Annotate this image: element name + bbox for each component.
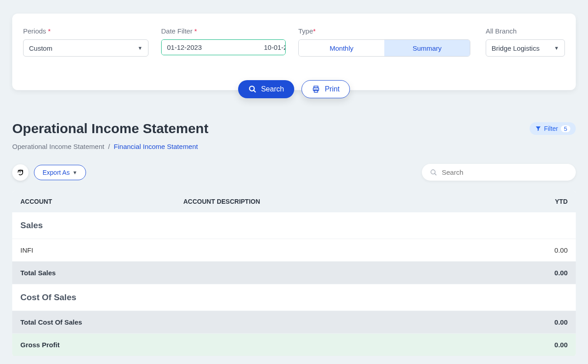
header-ytd: YTD [513,198,568,205]
section-cost-of-sales: Cost Of Sales [12,284,576,311]
date-filter-label: Date Filter * [161,27,286,35]
branch-select[interactable]: Bridge Logistics ▼ [486,39,565,57]
svg-point-5 [431,170,435,174]
breadcrumb-current: Operational Income Statement [12,143,104,150]
type-toggle: Monthly Summary [298,39,470,57]
filter-chip-label: Filter [544,125,558,132]
row-total-sales: Total Sales0.00 [12,262,576,284]
svg-line-1 [253,90,256,92]
search-button-label: Search [261,85,284,93]
print-icon [312,85,320,93]
date-range [161,39,286,55]
periods-label: Periods * [23,27,148,35]
section-sales: Sales [12,212,576,239]
print-button-label: Print [325,85,339,93]
header-description: ACCOUNT DESCRIPTION [183,198,513,205]
date-to-input[interactable] [258,40,286,55]
row-total-cos: Total Cost Of Sales0.00 [12,311,576,334]
filter-card: Periods * Custom ▼ Date Filter * [12,14,576,90]
filter-icon [535,125,541,132]
branch-value: Bridge Logistics [492,44,540,52]
export-button[interactable]: Export As ▼ [34,165,86,180]
table-search[interactable] [422,164,576,181]
income-table: ACCOUNT ACCOUNT DESCRIPTION YTD Sales IN… [12,191,576,356]
type-monthly-button[interactable]: Monthly [299,40,384,56]
periods-select[interactable]: Custom ▼ [23,39,148,57]
type-field: Type* Monthly Summary [298,27,473,57]
search-button[interactable]: Search [238,80,295,98]
row-gross-profit: Gross Profit0.00 [12,334,576,356]
caret-down-icon: ▼ [138,45,143,51]
date-from-input[interactable] [162,40,258,55]
page-title: Operational Income Statement [12,121,208,136]
caret-down-icon: ▼ [554,45,559,51]
table-row: INFI0.00 [12,239,576,262]
breadcrumb: Operational Income Statement / Financial… [12,143,576,150]
svg-line-6 [435,173,436,175]
type-summary-button[interactable]: Summary [384,40,470,56]
search-input[interactable] [442,168,568,176]
type-label: Type* [298,27,473,35]
periods-value: Custom [29,44,53,52]
caret-down-icon: ▼ [72,170,77,175]
header-account: ACCOUNT [20,198,183,205]
svg-point-0 [249,86,254,91]
table-header: ACCOUNT ACCOUNT DESCRIPTION YTD [12,191,576,212]
branch-label: All Branch [486,27,565,35]
search-icon [430,169,437,176]
print-button[interactable]: Print [301,80,350,98]
export-button-label: Export As [43,169,70,176]
filter-chip[interactable]: Filter 5 [530,122,576,135]
refresh-button[interactable] [12,164,29,181]
refresh-icon [17,169,24,176]
filter-count: 5 [561,125,570,132]
date-filter-field: Date Filter * [161,27,286,55]
branch-field: All Branch Bridge Logistics ▼ [486,27,565,57]
breadcrumb-link[interactable]: Financial Income Statement [114,143,198,150]
periods-field: Periods * Custom ▼ [23,27,148,57]
search-icon [249,85,257,93]
